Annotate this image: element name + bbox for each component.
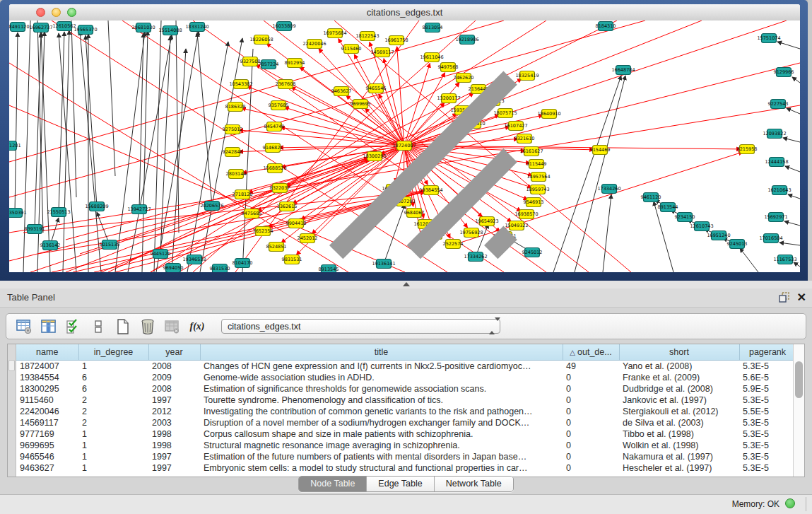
table-cell[interactable]: 5.3E-5 [739,361,793,373]
table-cell[interactable]: 0 [563,417,619,428]
table-row[interactable]: 1456911722003Disruption of a novel membe… [16,417,793,428]
table-row[interactable]: 911546021997Tourette syndrome. Phenomeno… [16,395,793,406]
table-cell[interactable]: 1 [78,440,148,451]
table-cell[interactable]: 0 [563,440,619,451]
table-row[interactable]: 946362711997Embryonic stem cells: a mode… [16,462,793,474]
table-cell[interactable]: 49 [563,361,619,373]
table-cell[interactable]: Changes of HCN gene expression and I(f) … [200,361,563,373]
table-mode-button[interactable] [15,317,33,336]
table-cell[interactable]: 9777169 [16,428,78,440]
table-cell[interactable]: 0 [563,462,619,474]
network-window-titlebar[interactable]: citations_edges.txt [9,4,800,21]
table-cell[interactable]: 0 [563,383,619,395]
table-cell[interactable]: 1998 [148,440,200,451]
table-cell[interactable]: 1 [78,428,148,440]
table-cell[interactable]: Jankovic et al. (1997) [619,395,739,406]
table-cell[interactable]: 6 [78,372,148,383]
table-cell[interactable]: 2 [78,417,148,428]
float-panel-icon[interactable] [778,291,790,303]
table-cell[interactable]: 0 [563,395,619,406]
table-cell[interactable]: 22420046 [16,406,78,417]
table-cell[interactable]: Stergiakouli et al. (2012) [619,406,739,417]
table-cell[interactable]: 1 [78,451,148,462]
memory-status-indicator-icon[interactable] [785,498,795,508]
table-cell[interactable]: Disruption of a novel member of a sodium… [200,417,563,428]
table-cell[interactable]: 1998 [148,428,200,440]
table-cell[interactable]: 2009 [148,372,200,383]
close-panel-icon[interactable]: ✕ [797,291,806,303]
column-header-short[interactable]: short [619,344,739,361]
table-cell[interactable]: 19384554 [16,372,78,383]
table-cell[interactable]: 0 [563,406,619,417]
tab-edge-table[interactable]: Edge Table [367,477,434,491]
select-all-columns-button[interactable] [64,317,83,336]
column-header-pagerank[interactable]: pagerank [739,344,793,361]
table-cell[interactable]: Estimation of significance thresholds fo… [200,383,563,395]
table-vertical-scrollbar[interactable] [793,344,804,477]
table-row[interactable]: 1830029562008Estimation of significance … [16,383,793,395]
splitter-handle-icon[interactable] [403,282,410,286]
table-cell[interactable]: 1997 [148,395,200,406]
table-cell[interactable]: 5.3E-5 [739,395,793,406]
table-cell[interactable]: 1997 [148,451,200,462]
table-cell[interactable]: Investigating the contribution of common… [200,406,563,417]
table-row[interactable]: 1872400712008Changes of HCN gene express… [16,361,793,373]
table-cell[interactable]: 1997 [148,462,200,474]
table-cell[interactable]: Tibbo et al. (1998) [619,428,739,440]
table-cell[interactable]: 2012 [148,406,200,417]
table-cell[interactable]: 9115460 [16,395,78,406]
table-cell[interactable]: Nakamura et al. (1997) [619,451,739,462]
table-cell[interactable]: 5.3E-5 [739,462,793,474]
column-header-year[interactable]: year [148,344,200,361]
column-header-title[interactable]: title [200,344,563,361]
table-cell[interactable]: Structural magnetic resonance image aver… [200,440,563,451]
table-cell[interactable]: 2008 [148,383,200,395]
panel-splitter[interactable] [0,281,812,288]
clear-column-selection-button[interactable] [89,317,107,336]
function-builder-button[interactable]: f(x) [188,317,206,336]
scrollbar-thumb[interactable] [795,361,803,398]
table-cell[interactable]: 1 [78,361,148,373]
table-cell[interactable]: 14569117 [16,417,78,428]
column-header-in_degree[interactable]: in_degree [78,344,148,361]
table-cell[interactable]: Wolkin et al. (1998) [619,440,739,451]
table-cell[interactable]: Estimation of the future numbers of pati… [200,451,563,462]
network-canvas[interactable]: 1872400718226058932750810543382818632892… [9,21,800,272]
table-selector-dropdown[interactable]: citations_edges.txt [221,319,500,334]
table-cell[interactable]: 0 [563,372,619,383]
table-cell[interactable]: Embryonic stem cells: a model to study s… [200,462,563,474]
table-cell[interactable]: 2 [78,406,148,417]
network-window[interactable]: citations_edges.txt 18724007182260589327… [0,0,808,281]
table-cell[interactable]: 18300295 [16,383,78,395]
table-cell[interactable]: 9465546 [16,451,78,462]
delete-column-button[interactable] [139,317,157,336]
table-cell[interactable]: Yano et al. (2008) [619,361,739,373]
table-cell[interactable]: Dudbridge et al. (2008) [619,383,739,395]
table-cell[interactable]: 5.9E-5 [739,383,793,395]
table-row[interactable]: 1938455462009Genome-wide association stu… [16,372,793,383]
table-cell[interactable]: Corpus callosum shape and size in male p… [200,428,563,440]
tab-node-table[interactable]: Node Table [299,477,367,491]
table-cell[interactable]: de Silva et al. (2003) [619,417,739,428]
table-cell[interactable]: 0 [563,451,619,462]
tab-network-table[interactable]: Network Table [435,477,513,491]
table-cell[interactable]: 18724007 [16,361,78,373]
table-cell[interactable]: 9699695 [16,440,78,451]
show-columns-button[interactable] [40,317,58,336]
table-cell[interactable]: 9463627 [16,462,78,474]
table-cell[interactable]: 2 [78,395,148,406]
table-row[interactable]: 2242004622012Investigating the contribut… [16,406,793,417]
table-cell[interactable]: 5.6E-5 [739,372,793,383]
table-cell[interactable]: 5.5E-5 [739,406,793,417]
table-cell[interactable]: 5.3E-5 [739,440,793,451]
table-row[interactable]: 946554611997Estimation of the future num… [16,451,793,462]
table-cell[interactable]: Genome-wide association studies in ADHD. [200,372,563,383]
table-cell[interactable]: Hescheler et al. (1997) [619,462,739,474]
table-cell[interactable]: 5.3E-5 [739,428,793,440]
table-cell[interactable]: 5.3E-5 [739,417,793,428]
table-cell[interactable]: 1 [78,462,148,474]
table-cell[interactable]: Tourette syndrome. Phenomenology and cla… [200,395,563,406]
table-row[interactable]: 969969511998Structural magnetic resonanc… [16,440,793,451]
table-cell[interactable]: 0 [563,428,619,440]
table-cell[interactable]: Franke et al. (2009) [619,372,739,383]
